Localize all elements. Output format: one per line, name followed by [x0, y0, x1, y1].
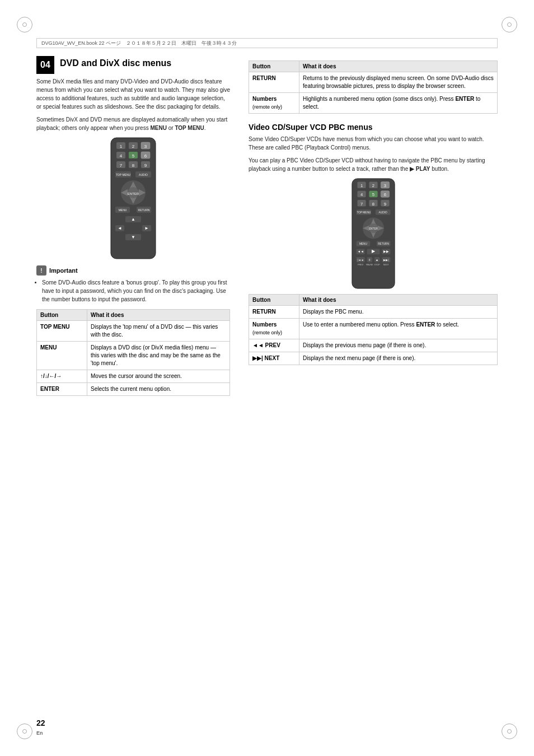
right-top-desc-numbers: Highlights a numbered menu option (some …: [299, 93, 498, 114]
right-bottom-btn-numbers: Numbers (remote only): [249, 319, 299, 339]
svg-text:AUDIO: AUDIO: [139, 173, 148, 176]
left-table-desc-arrows: Moves the cursor around the screen.: [87, 370, 230, 383]
svg-text:8: 8: [132, 163, 135, 168]
svg-text:◄◄: ◄◄: [357, 250, 363, 253]
left-button-table: Button What it does TOP MENU Displays th…: [36, 309, 230, 396]
table-row: TOP MENU Displays the 'top menu' of a DV…: [37, 321, 230, 342]
svg-text:►: ►: [144, 226, 149, 231]
chapter-intro2: Sometimes DivX and DVD menus are display…: [36, 115, 230, 132]
svg-text:2: 2: [372, 183, 374, 188]
right-bottom-header-button: Button: [249, 295, 299, 306]
svg-text:MENU: MENU: [119, 208, 127, 212]
important-item: Some DVD-Audio discs feature a 'bonus gr…: [42, 278, 230, 304]
svg-text:PAUSE: PAUSE: [366, 264, 373, 266]
svg-text:3: 3: [144, 144, 147, 149]
page-number-area: 22 En: [36, 718, 45, 736]
important-box: ! Important Some DVD-Audio discs feature…: [36, 265, 230, 304]
svg-text:TOP MENU: TOP MENU: [116, 173, 131, 176]
reg-mark-br: [502, 724, 517, 739]
svg-text:9: 9: [144, 163, 147, 168]
svg-text:▲: ▲: [131, 217, 135, 222]
svg-text:MENU: MENU: [359, 242, 367, 245]
table-row: Numbers (remote only) Use to enter a num…: [249, 319, 498, 339]
table-row: RETURN Returns to the previously display…: [249, 72, 498, 93]
right-top-header-what: What it does: [299, 61, 498, 72]
right-top-desc-return: Returns to the previously displayed menu…: [299, 72, 498, 93]
left-table-btn-enter: ENTER: [37, 383, 87, 396]
svg-text:7: 7: [120, 163, 123, 168]
svg-text:▶: ▶: [372, 249, 376, 254]
svg-text:▶▶: ▶▶: [383, 250, 388, 253]
left-table-header-button: Button: [37, 310, 87, 321]
svg-text:5: 5: [372, 192, 374, 197]
svg-text:2: 2: [132, 144, 135, 149]
svg-text:■: ■: [376, 259, 378, 262]
svg-text:ENTER: ENTER: [368, 227, 378, 230]
right-bottom-btn-return: RETURN: [249, 306, 299, 319]
table-row: ↑/↓/←/→ Moves the cursor around the scre…: [37, 370, 230, 383]
right-top-header-button: Button: [249, 61, 299, 72]
right-table-top: Button What it does RETURN Returns to th…: [249, 60, 498, 114]
important-icon: !: [36, 265, 46, 276]
svg-text:8: 8: [372, 202, 374, 207]
right-column: Button What it does RETURN Returns to th…: [249, 56, 498, 365]
left-table-desc-enter: Selects the current menu option.: [87, 383, 230, 396]
svg-text:5: 5: [132, 153, 135, 158]
remote-image-left: 1 2 3 4 5 6 7 8 9 TOP MENU AUDIO: [100, 137, 167, 260]
svg-text:6: 6: [144, 153, 147, 158]
chapter-header: 04 DVD and DivX disc menus: [36, 56, 230, 77]
svg-text:PREV: PREV: [357, 264, 363, 266]
right-section-title: Video CD/Super VCD PBC menus: [249, 123, 498, 132]
left-table-desc-topmenu: Displays the 'top menu' of a DVD disc — …: [87, 321, 230, 342]
right-bottom-desc-prev: Displays the previous menu page (if ther…: [299, 339, 498, 352]
svg-text:NEXT: NEXT: [383, 264, 389, 266]
right-bottom-btn-next: ▶▶| NEXT: [249, 352, 299, 365]
reg-mark-tr: [502, 17, 517, 32]
right-top-btn-return: RETURN: [249, 72, 299, 93]
right-section-intro: Some Video CD/Super VCDs have menus from…: [249, 135, 498, 152]
svg-text:RETURN: RETURN: [378, 242, 389, 245]
header-file-info: DVG10AV_WV_EN.book 22 ページ ２０１８年５月２２日 木曜日…: [41, 40, 237, 47]
right-table-bottom: Button What it does RETURN Displays the …: [249, 294, 498, 365]
left-table-desc-menu: Displays a DVD disc (or DivX media files…: [87, 342, 230, 370]
svg-text:RETURN: RETURN: [138, 208, 150, 212]
left-column: 04 DVD and DivX disc menus Some DivX med…: [36, 56, 230, 396]
table-row: ENTER Selects the current menu option.: [37, 383, 230, 396]
svg-text:ENTER: ENTER: [128, 192, 139, 195]
svg-text:II: II: [369, 259, 371, 262]
svg-text:TOP MENU: TOP MENU: [357, 211, 371, 214]
left-table-btn-topmenu: TOP MENU: [37, 321, 87, 342]
table-row: ◄◄ PREV Displays the previous menu page …: [249, 339, 498, 352]
svg-text:1: 1: [120, 144, 123, 149]
svg-text:9: 9: [383, 202, 386, 207]
chapter-title: DVD and DivX disc menus: [36, 56, 230, 68]
svg-text:STOP: STOP: [374, 264, 380, 266]
table-row: Numbers (remote only) Highlights a numbe…: [249, 93, 498, 114]
main-content: 04 DVD and DivX disc menus Some DivX med…: [36, 56, 498, 711]
page-container: DVG10AV_WV_EN.book 22 ページ ２０１８年５月２２日 木曜日…: [0, 0, 534, 756]
right-bottom-btn-prev: ◄◄ PREV: [249, 339, 299, 352]
right-bottom-header-what: What it does: [299, 295, 498, 306]
page-number-lang: En: [36, 730, 43, 736]
header-bar: DVG10AV_WV_EN.book 22 ページ ２０１８年５月２２日 木曜日…: [36, 38, 498, 48]
right-section-intro2: You can play a PBC Video CD/Super VCD wi…: [249, 156, 498, 173]
svg-text:AUDIO: AUDIO: [378, 211, 387, 214]
chapter-number: 04: [36, 56, 54, 74]
page-number-value: 22: [36, 718, 45, 727]
right-bottom-desc-return: Displays the PBC menu.: [299, 306, 498, 319]
svg-text:|◄◄: |◄◄: [357, 259, 363, 262]
table-row: RETURN Displays the PBC menu.: [249, 306, 498, 319]
right-top-btn-numbers: Numbers (remote only): [249, 93, 299, 114]
svg-text:◄: ◄: [118, 226, 122, 231]
important-list: Some DVD-Audio discs feature a 'bonus gr…: [36, 278, 230, 304]
important-title: ! Important: [36, 265, 230, 276]
svg-text:6: 6: [383, 192, 386, 197]
table-row: MENU Displays a DVD disc (or DivX media …: [37, 342, 230, 370]
left-table-btn-arrows: ↑/↓/←/→: [37, 370, 87, 383]
right-bottom-desc-numbers: Use to enter a numbered menu option. Pre…: [299, 319, 498, 339]
remote-image-right: 1 2 3 4 5 6 7 8 9 TOP MENU AUDIO: [340, 178, 407, 290]
svg-text:▼: ▼: [131, 235, 135, 240]
right-bottom-desc-next: Displays the next menu page (if there is…: [299, 352, 498, 365]
chapter-intro: Some DivX media files and many DVD-Video…: [36, 77, 230, 111]
reg-mark-bl: [17, 724, 32, 739]
